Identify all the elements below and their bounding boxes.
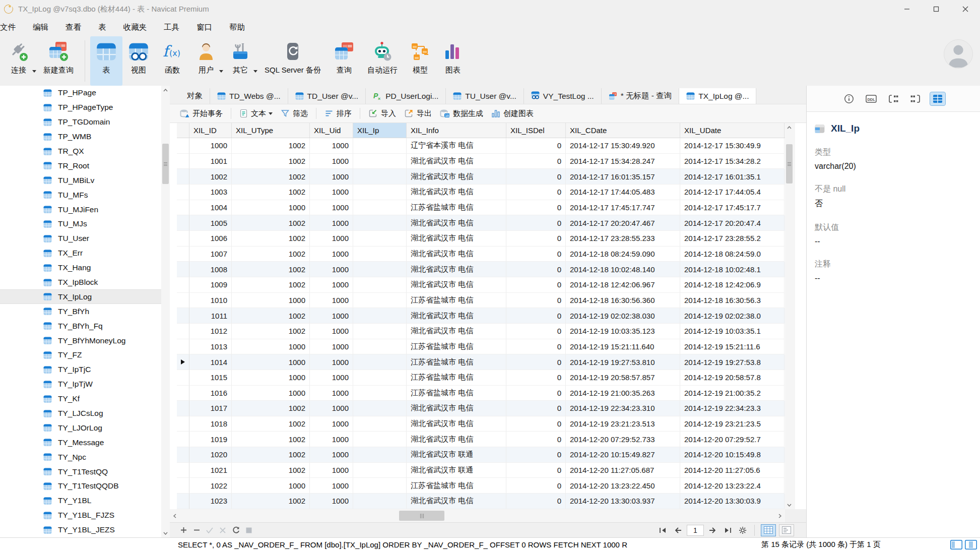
table-cell[interactable]: 1008 (189, 262, 232, 277)
column-header-XIL_Uid[interactable]: XIL_Uid (310, 123, 353, 138)
table-cell[interactable]: 0 (506, 293, 566, 309)
table-cell[interactable]: 2014-12-19 02:02:38.030 (566, 308, 680, 324)
sidebar-item-TY_BfYh_Fq[interactable]: TY_BfYh_Fq (0, 319, 161, 333)
sidebar-item-TY_T1TestQQDB[interactable]: TY_T1TestQQDB (0, 479, 161, 494)
table-cell[interactable]: 1005 (189, 215, 232, 231)
table-cell[interactable] (353, 339, 407, 355)
table-cell[interactable]: 2014-12-18 08:24:59.0 (680, 247, 785, 262)
table-cell[interactable]: 湖北省武汉市 电信 (407, 262, 506, 277)
chevron-down-icon[interactable] (32, 70, 36, 73)
table-row[interactable]: 101010001000江苏省盐城市 电信02014-12-18 16:30:5… (177, 293, 785, 309)
table-cell[interactable]: 湖北省武汉市 电信 (407, 231, 506, 247)
menu-item-file[interactable]: 文件 (0, 19, 24, 36)
table-cell[interactable] (353, 432, 407, 447)
table-cell[interactable]: 湖北省武汉市 联通 (407, 463, 506, 478)
table-cell[interactable]: 2014-12-18 10:02:48.140 (566, 262, 680, 277)
table-cell[interactable] (353, 262, 407, 277)
table-cell[interactable]: 2014-12-19 20:58:57.8 (680, 370, 785, 386)
maximize-button[interactable] (922, 0, 951, 18)
horizontal-scroll-thumb[interactable] (399, 511, 444, 521)
toolbar-function-button[interactable]: f(x)函数 (155, 36, 190, 86)
sidebar-item-TY_Message[interactable]: TY_Message (0, 435, 161, 450)
table-cell[interactable]: 1019 (189, 432, 232, 447)
table-cell[interactable]: 湖北省武汉市 电信 (407, 169, 506, 185)
panel-tab-erd-icon[interactable] (886, 92, 901, 105)
stop-icon[interactable] (242, 524, 255, 536)
table-cell[interactable]: 1002 (232, 277, 310, 293)
table-cell[interactable]: 江苏省盐城市 电信 (407, 293, 506, 309)
table-cell[interactable]: 1002 (232, 154, 310, 169)
column-header-XIL_Ip[interactable]: XIL_Ip (353, 123, 407, 138)
table-cell[interactable]: 1000 (310, 386, 353, 401)
sidebar-item-TY_Y1BL[interactable]: TY_Y1BL (0, 494, 161, 508)
toolbar-view-button[interactable]: 视图 (122, 36, 155, 86)
table-cell[interactable]: 1000 (310, 262, 353, 277)
column-header-XIL_UDate[interactable]: XIL_UDate (680, 123, 785, 138)
table-cell[interactable]: 0 (506, 308, 566, 324)
table-cell[interactable] (353, 386, 407, 401)
table-cell[interactable]: 2014-12-17 16:01:35.1 (680, 169, 785, 185)
refresh-icon[interactable] (229, 524, 242, 536)
table-cell[interactable]: 1013 (189, 339, 232, 355)
menu-item-favorites[interactable]: 收藏夹 (115, 19, 156, 36)
table-cell[interactable]: 2014-12-19 22:34:23.3 (680, 401, 785, 416)
table-cell[interactable]: 1002 (232, 262, 310, 277)
table-cell[interactable]: 1002 (232, 247, 310, 262)
sidebar-item-TY_IpTjC[interactable]: TY_IpTjC (0, 362, 161, 377)
table-cell[interactable]: 湖北省武汉市 电信 (407, 432, 506, 447)
table-cell[interactable] (353, 247, 407, 262)
table-cell[interactable]: 2014-12-19 19:27:53.8 (680, 354, 785, 370)
table-cell[interactable]: 1000 (310, 324, 353, 339)
table-cell[interactable]: 1002 (232, 231, 310, 247)
table-cell[interactable] (353, 185, 407, 200)
table-cell[interactable]: 1002 (232, 432, 310, 447)
table-row[interactable]: 100710021000湖北省武汉市 电信02014-12-18 08:24:5… (177, 247, 785, 262)
table-cell[interactable]: 2014-12-20 07:29:52.7 (680, 432, 785, 447)
sidebar-item-TY_Y1BL_JEZS[interactable]: TY_Y1BL_JEZS (0, 523, 161, 537)
row-selector-cell[interactable] (177, 277, 189, 293)
table-row[interactable]: 100310021000湖北省武汉市 电信02014-12-17 17:44:0… (177, 185, 785, 200)
tab-[interactable]: * 无标题 - 查询 (602, 88, 680, 104)
table-cell[interactable]: 湖北省武汉市 电信 (407, 185, 506, 200)
table-cell[interactable]: 1000 (310, 339, 353, 355)
first-page-icon[interactable] (657, 524, 670, 536)
sidebar-item-TR_Root[interactable]: TR_Root (0, 158, 161, 173)
table-cell[interactable] (353, 169, 407, 185)
table-cell[interactable]: 1000 (310, 432, 353, 447)
row-selector-cell[interactable] (177, 370, 189, 386)
table-cell[interactable]: 2014-12-17 15:34:28.247 (566, 154, 680, 169)
row-selector-cell[interactable] (177, 416, 189, 432)
table-cell[interactable] (353, 293, 407, 309)
row-selector-cell[interactable] (177, 324, 189, 339)
table-cell[interactable]: 0 (506, 324, 566, 339)
table-row[interactable]: 101310001000江苏省盐城市 电信02014-12-19 15:21:1… (177, 339, 785, 355)
menu-item-view[interactable]: 查看 (57, 19, 90, 36)
column-header-XIL_CDate[interactable]: XIL_CDate (566, 123, 680, 138)
sidebar-item-TX_IpLog[interactable]: TX_IpLog (0, 289, 161, 304)
minimize-button[interactable] (892, 0, 922, 18)
table-cell[interactable]: 1000 (310, 308, 353, 324)
toolbar-user-button[interactable]: 用户 (190, 36, 222, 86)
table-cell[interactable]: 2014-12-20 13:23:22.4 (680, 478, 785, 494)
table-cell[interactable]: 1000 (232, 200, 310, 216)
table-cell[interactable]: 1002 (232, 447, 310, 463)
sort-button[interactable]: 排序 (320, 107, 356, 120)
chevron-down-icon[interactable] (219, 70, 223, 73)
next-page-icon[interactable] (706, 524, 719, 536)
table-cell[interactable]: 0 (506, 370, 566, 386)
table-cell[interactable]: 0 (506, 262, 566, 277)
toolbar-model-button[interactable]: 模型 (404, 36, 437, 86)
table-row[interactable]: 100610021000湖北省武汉市 电信02014-12-17 23:28:5… (177, 231, 785, 247)
table-cell[interactable]: 1000 (310, 277, 353, 293)
create-chart-button[interactable]: 创建图表 (487, 107, 538, 120)
table-cell[interactable] (353, 478, 407, 494)
row-selector-cell[interactable] (177, 215, 189, 231)
sidebar-item-TP_WMB[interactable]: TP_WMB (0, 130, 161, 144)
table-cell[interactable] (353, 200, 407, 216)
row-selector-cell[interactable] (177, 339, 189, 355)
filter-button[interactable]: 筛选 (277, 107, 312, 120)
table-cell[interactable]: 2014-12-20 11:27:05.687 (566, 463, 680, 478)
table-row[interactable]: 100910021000湖北省武汉市 电信02014-12-18 12:42:0… (177, 277, 785, 293)
table-cell[interactable]: 1021 (189, 463, 232, 478)
table-cell[interactable]: 0 (506, 277, 566, 293)
